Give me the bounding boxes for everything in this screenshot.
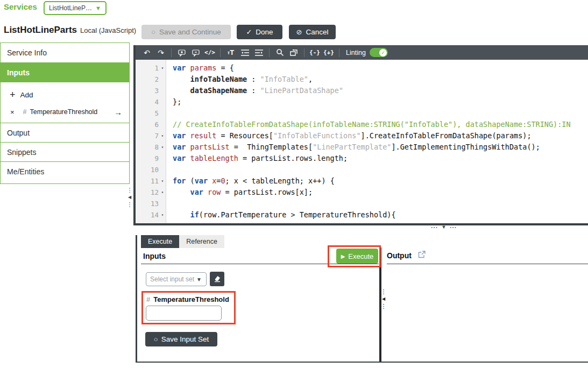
circle-icon: ○ [154, 335, 158, 343]
line-number-gutter: 12▾ [136, 187, 166, 198]
line-number-gutter: 7▾ [136, 130, 166, 141]
remove-parameter-icon[interactable]: × [10, 108, 15, 116]
indent-icon[interactable] [253, 47, 265, 59]
chevron-down-icon: ▼ [95, 5, 101, 11]
toolbar-divider [339, 48, 339, 57]
save-input-set-button[interactable]: ○ Save Input Set [145, 332, 217, 346]
linting-toggle[interactable]: ✓ [370, 48, 388, 57]
sidebar-item-service-info[interactable]: Service Info [1, 43, 129, 62]
replace-icon[interactable] [288, 47, 300, 59]
done-label: Done [256, 28, 273, 36]
code-line[interactable]: 7▾var result = Resources["InfoTableFunct… [136, 130, 588, 141]
inputs-heading-rule [141, 264, 379, 264]
service-select-dropdown[interactable]: ListHotLineP… ▼ [44, 1, 107, 15]
code-line[interactable]: 14▾ if(row.PartTemperature > Temperature… [136, 209, 588, 221]
save-and-continue-label: Save and Continue [159, 28, 221, 36]
fold-marker-icon[interactable]: ▾ [159, 209, 166, 221]
code-text: var partsList = ThingTemplates["LinePart… [166, 141, 540, 153]
temperature-threshold-input[interactable] [146, 306, 222, 321]
parameter-name[interactable]: TemperatureThreshold [30, 108, 98, 116]
parameter-field-name: TemperatureThreshold [153, 295, 229, 303]
code-line[interactable]: 2 infoTableName : "InfoTable", [136, 74, 588, 85]
code-line[interactable]: 1▾var params = { [136, 62, 588, 74]
code-line[interactable]: 3 dataShapeName : "LinePartDataShape" [136, 85, 588, 96]
input-parameter-row: × # TemperatureThreshold → [1, 104, 129, 120]
code-block-icon[interactable]: </> [204, 47, 216, 59]
fold-marker-icon[interactable]: ▾ [159, 62, 166, 74]
unfold-all-icon[interactable]: {+} [323, 47, 335, 59]
fold-marker-icon[interactable]: ▾ [159, 141, 166, 153]
code-line[interactable]: 13 [136, 198, 588, 209]
done-button[interactable]: ✓ Done [237, 25, 282, 39]
line-number-gutter: 10 [136, 164, 166, 175]
line-number-gutter: 4 [136, 96, 166, 108]
code-line[interactable]: 5 [136, 108, 588, 119]
line-number-gutter: 8▾ [136, 141, 166, 153]
fold-marker-icon[interactable]: ▾ [159, 130, 166, 141]
outdent-icon[interactable] [239, 47, 251, 59]
execute-button[interactable]: ▶ Execute [336, 249, 378, 264]
services-label: Services [4, 2, 37, 11]
line-number-gutter: 2 [136, 74, 166, 85]
code-line[interactable]: 8▾var partsList = ThingTemplates["LinePa… [136, 141, 588, 153]
inputs-output-splitter[interactable]: ⋮ ◀ ⋮ [380, 289, 387, 324]
fold-all-icon[interactable]: {-} [309, 47, 321, 59]
service-select-value: ListHotLineP… [49, 4, 92, 12]
tab-execute[interactable]: Execute [141, 235, 179, 248]
collapse-caret-icon: ▼ [442, 225, 447, 230]
sidebar-editor-splitter[interactable]: ⋮ ◀ ⋮ [126, 187, 133, 223]
code-text [166, 198, 173, 209]
remove-comment-icon[interactable] [190, 47, 202, 59]
add-input-label: Add [20, 91, 33, 99]
code-text: infoTableName : "InfoTable", [166, 74, 313, 85]
code-line[interactable]: 9var tableLength = partsList.rows.length… [136, 153, 588, 164]
sidebar-item-snippets[interactable]: Snippets [1, 142, 129, 161]
open-in-new-window-icon[interactable] [418, 251, 426, 260]
add-input-button[interactable]: + Add [1, 86, 129, 104]
code-text: var tableLength = partsList.rows.length; [166, 153, 348, 164]
save-and-continue-button[interactable]: ○ Save and Continue [141, 25, 231, 39]
line-number-gutter: 11▾ [136, 175, 166, 187]
service-editor-window: Services ListHotLineP… ▼ ListHotLinePart… [0, 0, 588, 368]
play-icon: ▶ [341, 253, 345, 259]
goto-parameter-icon[interactable]: → [114, 108, 122, 117]
output-header: Output [387, 251, 426, 260]
page-title: ListHotLineParts [4, 25, 77, 36]
code-text: for (var x=0; x < tableLength; x++) { [166, 175, 335, 187]
circle-icon: ○ [151, 29, 155, 36]
code-line[interactable]: 12▾ var row = partsList.rows[x]; [136, 187, 588, 198]
code-line[interactable]: 10 [136, 164, 588, 175]
select-input-set-dropdown[interactable]: Select input set ▼ [146, 272, 207, 286]
font-size-icon[interactable]: тT [225, 47, 237, 59]
toolbar-divider [171, 48, 172, 57]
code-line[interactable]: 6// CreateInfoTableFromDataShape(infoTab… [136, 119, 588, 130]
code-line[interactable]: 4}; [136, 96, 588, 108]
redo-icon[interactable]: ↷ [155, 47, 167, 59]
check-icon: ✓ [246, 29, 252, 36]
linting-label: Linting [346, 49, 366, 56]
code-line[interactable]: 11▾for (var x=0; x < tableLength; x++) { [136, 175, 588, 187]
sidebar-item-output[interactable]: Output [1, 123, 129, 142]
add-comment-icon[interactable] [176, 47, 188, 59]
sidebar-item-inputs[interactable]: Inputs [1, 62, 129, 82]
undo-icon[interactable]: ↶ [141, 47, 153, 59]
editor-panel-collapse-handle[interactable]: ⋯ ▼ ⋯ [423, 224, 465, 231]
sidebar-inputs-section: + Add × # TemperatureThreshold → [1, 82, 129, 123]
eraser-icon [213, 274, 222, 285]
editor-toolbar: ↶ ↷ </> тT [136, 45, 588, 60]
fold-marker-icon[interactable]: ▾ [159, 187, 166, 198]
fold-marker-icon[interactable]: ▾ [159, 175, 166, 187]
tab-reference[interactable]: Reference [179, 235, 224, 248]
cancel-button[interactable]: ⊘ Cancel [289, 25, 336, 39]
save-input-set-label: Save Input Set [161, 335, 209, 343]
clear-inputs-button[interactable] [210, 272, 224, 286]
bottom-panel-tabs: Execute Reference [141, 235, 224, 248]
linting-control: Linting ✓ [346, 48, 388, 57]
number-type-icon: # [23, 108, 27, 116]
sidebar-item-me-entities[interactable]: Me/Entities [1, 161, 129, 181]
inputs-heading: Inputs [143, 252, 166, 260]
code-editor-lines[interactable]: 1▾var params = {2 infoTableName : "InfoT… [136, 60, 588, 223]
search-icon[interactable] [274, 47, 286, 59]
line-number-gutter: 13 [136, 198, 166, 209]
service-sidebar: Service Info Inputs + Add × # Temperatur… [0, 43, 130, 184]
